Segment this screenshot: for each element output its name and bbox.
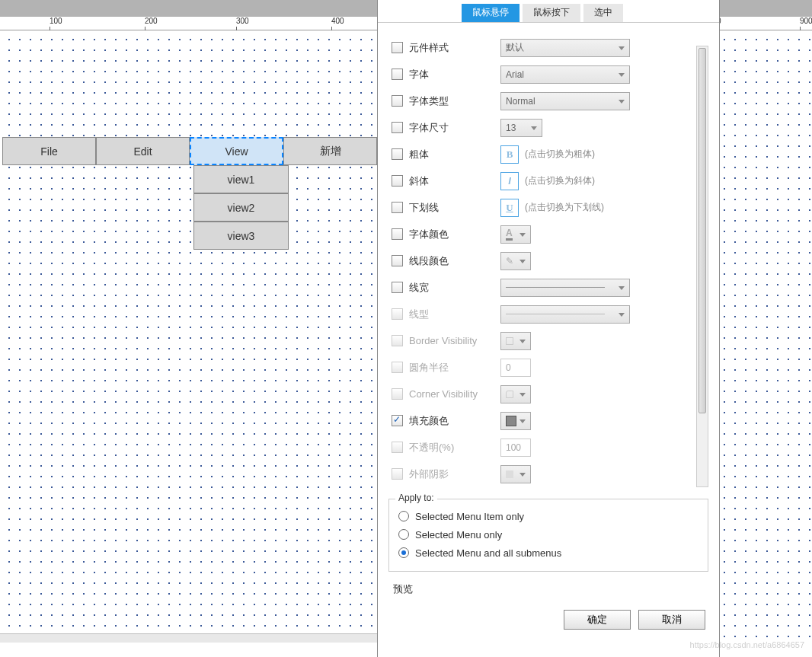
dropdown-border-visibility (500, 332, 531, 350)
check-corner-visibility (392, 388, 403, 400)
tab-hover[interactable]: 鼠标悬停 (462, 4, 519, 22)
chevron-down-icon (531, 126, 537, 130)
check-widget-style[interactable] (392, 42, 403, 53)
check-line-width[interactable] (392, 282, 403, 293)
label-line-color: 线段颜色 (409, 254, 500, 268)
check-outer-shadow (392, 468, 403, 480)
border-icon (506, 337, 513, 345)
check-underline[interactable] (392, 202, 403, 213)
check-italic[interactable] (392, 175, 403, 187)
menu-item-file[interactable]: File (2, 137, 96, 165)
check-line-style (392, 308, 403, 320)
dropdown-corner-visibility (500, 385, 531, 403)
shadow-icon (506, 470, 513, 478)
apply-to-legend: Apply to: (395, 493, 437, 503)
state-tabs: 鼠标悬停 鼠标按下 选中 (378, 0, 719, 23)
submenu-item[interactable]: view2 (193, 193, 289, 222)
style-dialog: 鼠标悬停 鼠标按下 选中 元件样式 默认 字体 Arial 字体类型 Norma… (377, 0, 720, 657)
check-bold[interactable] (392, 148, 403, 160)
dropdown-font-size[interactable]: 13 (500, 119, 542, 137)
ok-button[interactable]: 确定 (564, 610, 631, 630)
label-italic: 斜体 (409, 174, 500, 188)
ruler-tick: 100 (50, 17, 62, 25)
scrollbar-thumb[interactable] (699, 48, 706, 413)
label-preview: 预览 (393, 582, 413, 596)
menu-item-new[interactable]: 新增 (283, 137, 377, 165)
properties-panel: 元件样式 默认 字体 Arial 字体类型 Normal 字体尺寸 13 粗体 … (378, 23, 719, 499)
label-bold: 粗体 (409, 148, 500, 161)
check-border-visibility (392, 335, 403, 346)
preview-row: 预览 (378, 579, 719, 599)
tab-selected[interactable]: 选中 (583, 4, 623, 22)
pencil-icon: ✎ (506, 256, 513, 266)
menu-item-edit[interactable]: Edit (96, 137, 190, 165)
label-widget-style: 元件样式 (409, 41, 500, 55)
bold-icon[interactable]: B (500, 145, 519, 164)
label-underline: 下划线 (409, 201, 500, 215)
radio-menu-submenus[interactable]: Selected Menu and all submenus (398, 544, 699, 562)
dropdown-font[interactable]: Arial (500, 65, 630, 84)
underline-icon[interactable]: U (500, 199, 519, 217)
canvas-status-bar (0, 633, 377, 643)
check-opacity (392, 442, 403, 453)
hint-bold: (点击切换为粗体) (525, 148, 595, 161)
radio-icon (398, 547, 409, 558)
check-font[interactable] (392, 69, 403, 80)
chevron-down-icon (519, 233, 526, 237)
cancel-button[interactable]: 取消 (638, 610, 705, 630)
ruler-tick: 400 (331, 17, 344, 25)
check-fill-color[interactable] (392, 415, 403, 426)
check-font-type[interactable] (392, 95, 403, 107)
menu-bar: File Edit View 新增 (2, 137, 377, 165)
label-font-type: 字体类型 (409, 94, 500, 108)
input-corner-radius: 0 (500, 359, 531, 377)
watermark: https://blog.csdn.net/a6864657 (690, 640, 804, 649)
label-corner-visibility: Corner Visibility (409, 388, 500, 400)
menu-item-view[interactable]: View (190, 137, 283, 165)
chevron-down-icon (619, 313, 625, 317)
radio-selected-menu[interactable]: Selected Menu only (398, 525, 699, 544)
design-canvas[interactable]: File Edit View 新增 view1 view2 view3 (0, 30, 377, 639)
tab-mousedown[interactable]: 鼠标按下 (523, 4, 580, 22)
submenu-item[interactable]: view3 (193, 222, 289, 250)
ruler-tick: 300 (236, 17, 249, 25)
radio-icon (398, 529, 409, 540)
label-border-visibility: Border Visibility (409, 335, 500, 346)
dropdown-widget-style[interactable]: 默认 (500, 39, 630, 57)
label-fill-color: 填充颜色 (409, 414, 500, 428)
dropdown-line-width[interactable] (500, 279, 630, 297)
label-outer-shadow: 外部阴影 (409, 467, 500, 481)
label-font-size: 字体尺寸 (409, 121, 500, 135)
corner-icon (506, 391, 513, 398)
ruler-tick: 200 (145, 17, 158, 25)
hint-italic: (点击切换为斜体) (525, 174, 595, 187)
color-swatch (506, 416, 516, 426)
dropdown-font-color[interactable]: A (500, 225, 531, 244)
radio-selected-item[interactable]: Selected Menu Item only (398, 507, 699, 525)
dropdown-fill-color[interactable] (500, 412, 531, 430)
dropdown-font-type[interactable]: Normal (500, 92, 630, 110)
apply-to-group: Apply to: Selected Menu Item only Select… (388, 499, 708, 572)
chevron-down-icon (519, 473, 526, 477)
hint-underline: (点击切换为下划线) (525, 201, 604, 214)
submenu: view1 view2 view3 (193, 165, 289, 250)
dropdown-line-color[interactable]: ✎ (500, 252, 531, 270)
chevron-down-icon (619, 286, 625, 290)
label-corner-radius: 圆角半径 (409, 361, 500, 375)
label-font-color: 字体颜色 (409, 228, 500, 241)
chevron-down-icon (519, 393, 526, 397)
scrollbar[interactable] (696, 46, 708, 487)
dropdown-outer-shadow (500, 465, 531, 483)
chevron-down-icon (519, 340, 526, 343)
label-opacity: 不透明(%) (409, 441, 500, 454)
chevron-down-icon (619, 100, 625, 104)
check-line-color[interactable] (392, 255, 403, 266)
dropdown-line-style (500, 305, 630, 324)
italic-icon[interactable]: I (500, 172, 519, 190)
check-font-size[interactable] (392, 122, 403, 133)
design-canvas-right[interactable] (705, 30, 812, 639)
chevron-down-icon (519, 419, 526, 423)
submenu-item[interactable]: view1 (193, 165, 289, 193)
label-line-style: 线型 (409, 308, 500, 321)
check-font-color[interactable] (392, 228, 403, 240)
